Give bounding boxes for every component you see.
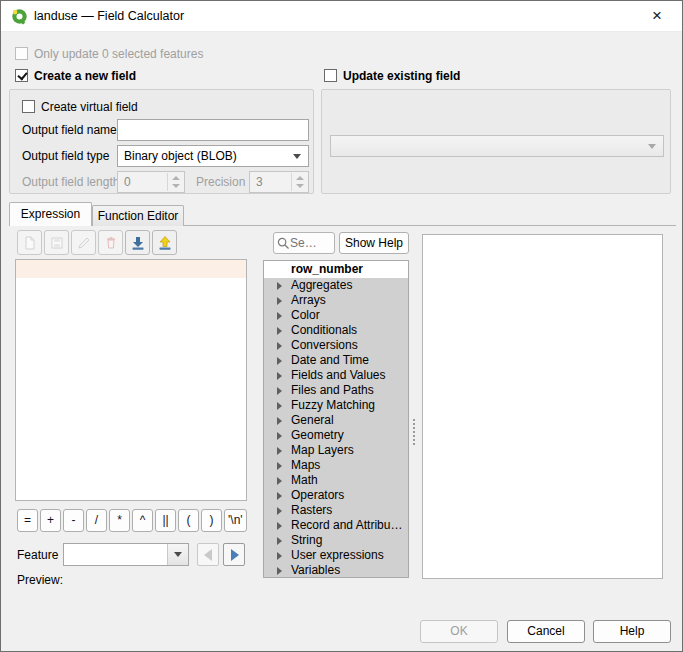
expression-current-line — [16, 260, 246, 278]
function-group-item[interactable]: Maps — [264, 458, 408, 473]
expand-arrow-icon[interactable] — [277, 417, 282, 425]
update-existing-field-checkbox[interactable] — [324, 69, 337, 82]
function-group-item[interactable]: Record and Attribu… — [264, 518, 408, 533]
function-group-label: Record and Attribu… — [291, 518, 402, 532]
import-expression-icon[interactable] — [125, 230, 150, 255]
expand-arrow-icon[interactable] — [277, 342, 282, 350]
expand-arrow-icon[interactable] — [277, 312, 282, 320]
function-group-label: Arrays — [291, 293, 326, 307]
preview-label: Preview: — [17, 573, 63, 587]
operator-button[interactable]: || — [155, 509, 176, 532]
feature-combo-dropdown[interactable] — [167, 544, 188, 565]
spinner-arrows-icon — [291, 173, 307, 191]
create-new-field-checkbox[interactable] — [15, 69, 28, 82]
function-group-item[interactable]: General — [264, 413, 408, 428]
function-group-item[interactable]: User expressions — [264, 548, 408, 563]
expand-arrow-icon[interactable] — [277, 282, 282, 290]
function-group-label: Aggregates — [291, 278, 352, 292]
output-field-name-input[interactable] — [117, 119, 309, 141]
function-group-item[interactable]: String — [264, 533, 408, 548]
function-list[interactable]: row_number AggregatesArraysColorConditio… — [263, 260, 409, 578]
splitter-handle[interactable] — [413, 419, 415, 445]
function-group-label: Map Layers — [291, 443, 354, 457]
expand-arrow-icon[interactable] — [277, 402, 282, 410]
operator-button[interactable]: * — [109, 509, 130, 532]
output-field-type-combo[interactable]: Binary object (BLOB) — [117, 145, 309, 167]
operator-button[interactable]: ) — [201, 509, 222, 532]
chevron-down-icon — [648, 144, 656, 149]
only-update-checkbox — [15, 47, 28, 60]
operator-button[interactable]: - — [63, 509, 84, 532]
expand-arrow-icon[interactable] — [277, 552, 282, 560]
tab-function-editor[interactable]: Function Editor — [92, 205, 184, 226]
function-group-item[interactable]: Conditionals — [264, 323, 408, 338]
operator-button[interactable]: + — [40, 509, 61, 532]
function-group-item[interactable]: Map Layers — [264, 443, 408, 458]
function-group-item[interactable]: Files and Paths — [264, 383, 408, 398]
function-group-item[interactable]: Rasters — [264, 503, 408, 518]
operator-button[interactable]: ( — [178, 509, 199, 532]
expand-arrow-icon[interactable] — [277, 387, 282, 395]
function-group-item[interactable]: Aggregates — [264, 278, 408, 293]
update-field-group — [321, 89, 671, 194]
search-icon — [277, 237, 290, 250]
help-button[interactable]: Help — [593, 620, 671, 643]
expression-editor[interactable] — [15, 259, 247, 501]
operator-button[interactable]: ^ — [132, 509, 153, 532]
existing-field-combo — [330, 135, 664, 157]
tab-expression[interactable]: Expression — [9, 202, 92, 226]
output-field-length-spinner: 0 — [117, 171, 185, 193]
expand-arrow-icon[interactable] — [277, 462, 282, 470]
operator-button[interactable]: '\n' — [224, 509, 247, 532]
create-new-field-label: Create a new field — [34, 69, 136, 83]
expand-arrow-icon[interactable] — [277, 522, 282, 530]
function-group-item[interactable]: Operators — [264, 488, 408, 503]
function-group-label: Rasters — [291, 503, 332, 517]
function-group-item[interactable]: Math — [264, 473, 408, 488]
save-icon — [44, 230, 69, 255]
next-feature-button[interactable] — [223, 543, 245, 566]
arrow-left-icon — [204, 549, 212, 561]
feature-combo[interactable] — [63, 543, 189, 566]
expand-arrow-icon[interactable] — [277, 507, 282, 515]
expand-arrow-icon[interactable] — [277, 327, 282, 335]
operator-button[interactable]: / — [86, 509, 107, 532]
new-field-group: Create virtual field Output field name O… — [9, 89, 314, 194]
function-group-label: Date and Time — [291, 353, 369, 367]
operator-button[interactable]: = — [17, 509, 38, 532]
function-item-selected[interactable]: row_number — [264, 261, 408, 278]
function-group-item[interactable]: Arrays — [264, 293, 408, 308]
window-title: landuse — Field Calculator — [34, 1, 184, 32]
function-group-item[interactable]: Fuzzy Matching — [264, 398, 408, 413]
function-group-item[interactable]: Color — [264, 308, 408, 323]
chevron-down-icon — [174, 552, 182, 557]
function-group-item[interactable]: Conversions — [264, 338, 408, 353]
operator-buttons: =+-/*^||()'\n' — [17, 509, 247, 532]
output-field-length-label: Output field length — [22, 175, 119, 189]
function-group-item[interactable]: Geometry — [264, 428, 408, 443]
search-input[interactable] — [290, 236, 328, 250]
expand-arrow-icon[interactable] — [277, 447, 282, 455]
expand-arrow-icon[interactable] — [277, 477, 282, 485]
expand-arrow-icon[interactable] — [277, 537, 282, 545]
function-group-item[interactable]: Date and Time — [264, 353, 408, 368]
function-group-item[interactable]: Fields and Values — [264, 368, 408, 383]
expand-arrow-icon[interactable] — [277, 357, 282, 365]
export-expression-icon[interactable] — [152, 230, 177, 255]
function-search[interactable] — [273, 232, 335, 254]
expand-arrow-icon[interactable] — [277, 432, 282, 440]
function-group-label: Conditionals — [291, 323, 357, 337]
expand-arrow-icon[interactable] — [277, 297, 282, 305]
expand-arrow-icon[interactable] — [277, 567, 282, 575]
function-group-label: Variables — [291, 563, 340, 577]
function-group-item[interactable]: Variables — [264, 563, 408, 578]
create-virtual-field-checkbox[interactable] — [22, 100, 35, 113]
expand-arrow-icon[interactable] — [277, 492, 282, 500]
feature-value — [64, 547, 69, 561]
cancel-button[interactable]: Cancel — [507, 620, 585, 643]
expand-arrow-icon[interactable] — [277, 372, 282, 380]
close-button[interactable]: × — [638, 1, 676, 32]
arrow-right-icon — [231, 549, 239, 561]
title-bar: landuse — Field Calculator × — [1, 1, 682, 32]
show-help-button[interactable]: Show Help — [339, 232, 409, 254]
